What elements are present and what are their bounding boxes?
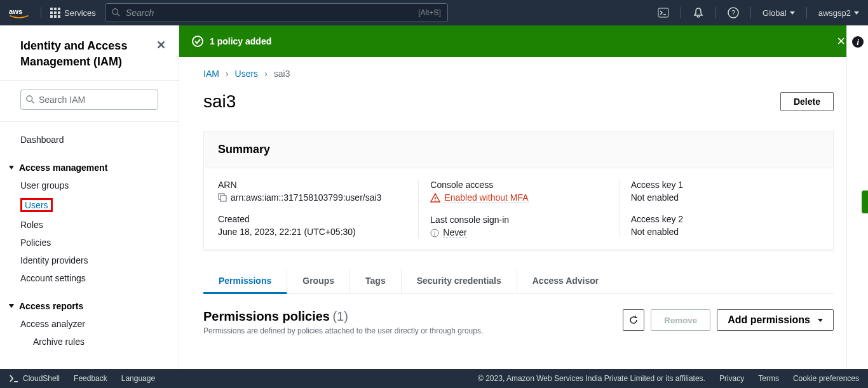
tabs: Permissions Groups Tags Security credent…	[203, 269, 834, 294]
svg-text:?: ?	[731, 9, 735, 17]
info-icon[interactable]: i	[430, 229, 439, 237]
nav-roles[interactable]: Roles	[0, 216, 179, 234]
delete-button[interactable]: Delete	[780, 92, 834, 111]
divider	[681, 7, 681, 18]
caret-down-icon	[818, 319, 823, 322]
nav-user-groups[interactable]: User groups	[0, 177, 179, 194]
language-link[interactable]: Language	[121, 374, 155, 383]
nav-account-settings[interactable]: Account settings	[0, 269, 179, 287]
svg-point-11	[435, 200, 437, 201]
caret-down-icon	[790, 11, 795, 15]
nav-dashboard[interactable]: Dashboard	[0, 131, 179, 149]
right-rail: i	[846, 25, 868, 369]
main-content: 1 policy added × IAM › Users › sai3 sai3…	[179, 25, 858, 369]
sidebar: Identity and Access Management (IAM) ✕ S…	[0, 25, 179, 369]
tab-permissions[interactable]: Permissions	[203, 269, 287, 294]
access-key-1-value: Not enabled	[631, 192, 679, 203]
divider	[806, 7, 807, 18]
svg-text:i: i	[434, 231, 435, 237]
divider	[41, 7, 41, 18]
tab-tags[interactable]: Tags	[350, 269, 402, 293]
search-icon	[112, 8, 121, 17]
page-title: sai3	[203, 91, 780, 112]
breadcrumb-users[interactable]: Users	[235, 69, 259, 79]
nav-access-analyzer[interactable]: Access analyzer	[0, 315, 179, 333]
cloudshell-icon[interactable]	[658, 7, 669, 18]
search-shortcut: [Alt+S]	[418, 8, 441, 17]
console-access-label: Console access	[430, 180, 618, 190]
help-icon[interactable]: ?	[728, 7, 739, 18]
svg-point-1	[112, 9, 118, 15]
tab-security-credentials[interactable]: Security credentials	[402, 269, 517, 293]
nav-section-access-reports[interactable]: Access reports	[0, 296, 179, 315]
svg-rect-3	[658, 8, 668, 17]
arn-value: arn:aws:iam::317158103799:user/sai3	[231, 192, 381, 203]
region-selector[interactable]: Global	[763, 8, 795, 18]
bottom-bar: CloudShell Feedback Language © 2023, Ama…	[0, 369, 868, 388]
breadcrumb-iam[interactable]: IAM	[203, 69, 219, 79]
privacy-link[interactable]: Privacy	[719, 374, 744, 383]
flash-close-icon[interactable]: ×	[837, 33, 845, 50]
triangle-down-icon	[9, 166, 14, 170]
access-key-2-value: Not enabled	[631, 227, 679, 237]
policies-count: (1)	[332, 309, 348, 323]
divider	[750, 7, 751, 18]
svg-text:aws: aws	[9, 8, 22, 15]
feedback-link[interactable]: Feedback	[74, 374, 107, 383]
nav-section-access-management[interactable]: Access management	[0, 157, 179, 177]
sidebar-close-icon[interactable]: ✕	[156, 38, 166, 52]
aws-logo[interactable]: aws	[9, 6, 29, 19]
policies-subtitle: Permissions are defined by policies atta…	[203, 326, 483, 335]
info-panel-icon[interactable]: i	[851, 36, 864, 51]
tab-access-advisor[interactable]: Access Advisor	[517, 269, 614, 293]
nav-policies[interactable]: Policies	[0, 234, 179, 251]
add-permissions-button[interactable]: Add permissions	[717, 309, 834, 331]
breadcrumb-current: sai3	[274, 69, 290, 79]
tab-groups[interactable]: Groups	[287, 269, 350, 293]
created-label: Created	[218, 214, 418, 224]
terms-link[interactable]: Terms	[758, 374, 779, 383]
refresh-icon	[628, 315, 639, 325]
warning-icon	[430, 193, 440, 203]
services-menu[interactable]: Services	[50, 8, 96, 18]
cookie-link[interactable]: Cookie preferences	[793, 374, 859, 383]
notifications-icon[interactable]	[693, 7, 704, 18]
caret-down-icon	[854, 11, 859, 15]
search-icon	[26, 95, 35, 104]
top-navbar: aws Services Search [Alt+S] ? Global aws…	[0, 0, 868, 25]
nav-archive-rules[interactable]: Archive rules	[0, 333, 179, 351]
console-access-value[interactable]: Enabled without MFA	[444, 192, 528, 203]
grid-icon	[50, 8, 60, 18]
sidebar-search-input[interactable]: Search IAM	[20, 90, 158, 110]
account-menu[interactable]: awsgsp2	[818, 8, 859, 18]
summary-card: Summary ARN arn:aws:iam::317158103799:us…	[203, 131, 834, 250]
terminal-icon	[9, 373, 19, 384]
chevron-right-icon: ›	[226, 69, 229, 79]
arn-label: ARN	[218, 180, 418, 190]
divider	[715, 7, 716, 18]
flash-success: 1 policy added ×	[179, 25, 858, 57]
copyright: © 2023, Amazon Web Services India Privat…	[478, 374, 705, 383]
triangle-down-icon	[9, 304, 14, 308]
sidebar-title: Identity and Access Management (IAM)	[20, 38, 156, 70]
remove-button[interactable]: Remove	[651, 309, 710, 331]
refresh-button[interactable]	[623, 309, 644, 331]
svg-line-7	[32, 101, 34, 104]
rail-tab[interactable]	[862, 191, 868, 213]
copy-icon[interactable]	[218, 193, 227, 202]
chevron-right-icon: ›	[264, 69, 268, 79]
nav-users[interactable]: Users	[0, 194, 179, 216]
nav-identity-providers[interactable]: Identity providers	[0, 251, 179, 269]
access-key-2-label: Access key 2	[631, 214, 819, 224]
svg-rect-9	[220, 196, 226, 201]
policies-title: Permissions policies	[203, 309, 330, 323]
search-placeholder: Search	[126, 8, 154, 18]
global-search[interactable]: Search [Alt+S]	[105, 3, 448, 22]
services-label: Services	[64, 8, 96, 18]
cloudshell-link[interactable]: CloudShell	[9, 373, 60, 384]
access-key-1-label: Access key 1	[631, 180, 819, 190]
last-signin-value: Never	[443, 227, 466, 238]
svg-text:i: i	[857, 37, 859, 47]
svg-line-2	[118, 14, 120, 17]
flash-message: 1 policy added	[210, 36, 271, 46]
